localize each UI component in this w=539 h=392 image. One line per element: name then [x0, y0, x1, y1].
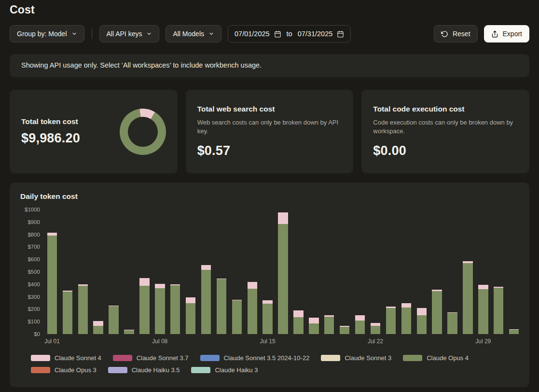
legend-item-claude-sonnet-3: Claude Sonnet 3: [321, 354, 391, 362]
export-icon: [491, 30, 498, 38]
bar-jul-27[interactable]: [445, 210, 460, 334]
info-banner: Showing API usage only. Select ‘All work…: [10, 54, 529, 77]
bar-jul-18[interactable]: [306, 210, 321, 334]
export-label: Export: [503, 30, 522, 38]
stacked-bar: [263, 210, 272, 334]
code-exec-cost-desc: Code execution costs can only be broken …: [373, 118, 518, 135]
bar-segment: [386, 308, 396, 334]
bar-jul-15[interactable]: [260, 210, 276, 334]
bar-jul-13[interactable]: [229, 210, 245, 334]
legend-label: Claude Opus 4: [427, 354, 469, 362]
bar-segment: [355, 321, 365, 334]
bar-jul-19[interactable]: [321, 210, 337, 334]
bar-jul-30[interactable]: [491, 210, 506, 334]
stacked-bar: [309, 210, 318, 334]
stacked-bar: [432, 210, 442, 334]
legend-label: Claude Sonnet 3.7: [137, 354, 189, 362]
bar-jul-10[interactable]: [183, 210, 198, 334]
daily-token-cost-card: Daily token cost $0$100$200$300$400$500$…: [10, 182, 529, 387]
bar-segment: [417, 315, 427, 334]
bar-jul-16[interactable]: [276, 210, 291, 334]
group-by-dropdown[interactable]: Group by: Model: [10, 25, 84, 42]
toolbar-actions: Reset Export: [434, 25, 529, 42]
bar-jul-31[interactable]: [506, 210, 522, 334]
bar-jul-28[interactable]: [460, 210, 475, 334]
bar-jul-12[interactable]: [214, 210, 229, 334]
bar-jul-26[interactable]: [429, 210, 445, 334]
bar-jul-24[interactable]: [399, 210, 414, 334]
stacked-bar: [447, 210, 457, 334]
token-cost-donut: [120, 109, 166, 155]
bar-jul-22[interactable]: [368, 210, 383, 334]
date-from-field[interactable]: 07/01/2025: [235, 30, 270, 38]
bar-jul-20[interactable]: [337, 210, 352, 334]
bar-jul-07[interactable]: [137, 210, 152, 334]
stacked-bar: [93, 210, 103, 334]
date-range-picker[interactable]: 07/01/2025 to 07/31/2025: [228, 25, 351, 42]
stacked-bar: [371, 210, 380, 334]
bar-segment: [401, 308, 411, 334]
bar-jul-08[interactable]: [152, 210, 167, 334]
total-token-cost-title: Total token cost: [21, 117, 80, 126]
legend-swatch: [200, 355, 220, 361]
bar-jul-23[interactable]: [383, 210, 399, 334]
bar-jul-14[interactable]: [245, 210, 260, 334]
chevron-down-icon: [71, 31, 77, 37]
y-axis-label: $900: [28, 219, 40, 225]
export-button[interactable]: Export: [484, 25, 529, 42]
bar-segment: [417, 308, 427, 315]
bar-jul-05[interactable]: [106, 210, 122, 334]
legend-item-claude-sonnet-4: Claude Sonnet 4: [31, 354, 101, 362]
legend-label: Claude Haiku 3.5: [132, 366, 180, 374]
models-label: All Models: [173, 30, 204, 38]
bar-jul-11[interactable]: [198, 210, 214, 334]
bar-segment: [263, 304, 272, 334]
bar-jul-17[interactable]: [291, 210, 306, 334]
reset-button[interactable]: Reset: [434, 25, 478, 42]
bar-segment: [155, 288, 165, 334]
bar-segment: [248, 282, 257, 289]
page-title: Cost: [10, 3, 529, 16]
bar-segment: [201, 270, 211, 334]
bar-segment: [78, 286, 88, 334]
stacked-bar: [463, 210, 472, 334]
chevron-down-icon: [146, 31, 152, 37]
models-dropdown[interactable]: All Models: [166, 25, 221, 42]
legend-item-claude-opus-4: Claude Opus 4: [403, 354, 469, 362]
bar-jul-04[interactable]: [91, 210, 106, 334]
bar-segment: [478, 289, 488, 334]
stacked-bar: [139, 210, 149, 334]
legend-swatch: [113, 355, 132, 361]
y-axis-label: $0: [34, 331, 40, 337]
info-banner-text: Showing API usage only. Select ‘All work…: [21, 61, 262, 69]
bar-jul-01[interactable]: [44, 210, 60, 334]
bar-segment: [324, 317, 334, 334]
y-axis-label: $300: [28, 294, 40, 300]
bar-jul-25[interactable]: [414, 210, 429, 334]
date-to-field[interactable]: 07/31/2025: [298, 30, 333, 38]
bar-segment: [478, 285, 488, 289]
bar-segment: [93, 321, 103, 326]
bar-segment: [463, 263, 472, 334]
legend-item-claude-opus-3: Claude Opus 3: [31, 366, 97, 374]
legend-swatch: [31, 355, 50, 361]
stacked-bar: [155, 210, 165, 334]
bar-segment: [63, 292, 72, 334]
legend-swatch: [108, 367, 127, 373]
web-search-cost-desc: Web search costs can only be broken down…: [197, 118, 342, 135]
bar-jul-09[interactable]: [167, 210, 183, 334]
toolbar: Group by: Model All API keys All Models …: [10, 25, 529, 42]
bar-jul-03[interactable]: [75, 210, 91, 334]
bar-jul-02[interactable]: [60, 210, 75, 334]
bar-segment: [401, 303, 411, 308]
bar-jul-06[interactable]: [122, 210, 137, 334]
bar-jul-21[interactable]: [352, 210, 368, 334]
bar-segment: [355, 315, 365, 320]
stacked-bar: [478, 210, 488, 334]
calendar-icon[interactable]: [337, 30, 344, 38]
bar-jul-29[interactable]: [475, 210, 491, 334]
calendar-icon[interactable]: [274, 30, 281, 38]
api-keys-dropdown[interactable]: All API keys: [99, 25, 160, 42]
bar-segment: [494, 288, 503, 334]
legend-label: Claude Sonnet 3: [345, 354, 391, 362]
